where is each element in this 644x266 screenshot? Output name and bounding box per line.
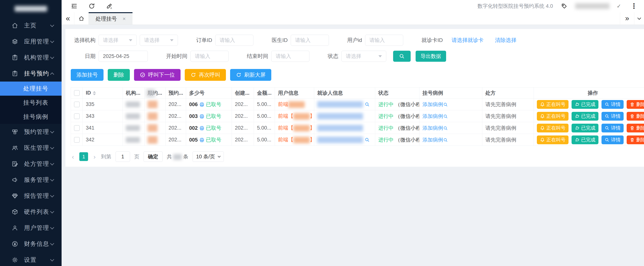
sidebar-subitem-process-registration[interactable]: 处理挂号 [0,82,62,96]
search-button[interactable] [393,51,411,62]
topbar: A 数字化转型医院挂号预约系统 4.0 ✓ ⋮ [62,0,644,12]
printer-icon[interactable] [199,126,204,131]
call-again-button[interactable]: 再次呼叫 [185,69,226,81]
current-page-button[interactable]: 1 [79,152,88,161]
tab-process-registration[interactable]: 处理挂号 × [89,12,132,24]
calling-button[interactable]: 正在叫号 [537,112,568,121]
tag-icon[interactable] [560,2,568,10]
delete-row-button[interactable]: 删除 [627,100,644,109]
row-checkbox[interactable] [74,113,80,119]
delete-row-button[interactable]: 删除 [627,124,644,132]
delete-row-button[interactable]: 删除 [627,112,644,121]
tabs-menu-icon[interactable] [634,12,644,24]
sidebar-item-doctors[interactable]: 医生管理 [0,140,62,156]
add-case-link[interactable]: 添加病例 [422,102,443,107]
complete-button[interactable]: 已完成 [572,124,598,132]
sidebar-subitem-registration-list[interactable]: 挂号列表 [0,96,62,110]
format-brush-icon[interactable]: A [106,2,113,10]
detail-button[interactable]: 详情 [602,112,624,121]
org-select-1[interactable]: 请选择 [98,35,137,46]
detail-button[interactable]: 详情 [602,135,624,144]
org-select-2[interactable]: 请选择 [140,35,178,46]
collapse-sidebar-icon[interactable] [70,2,78,10]
next-page-icon[interactable]: › [92,153,97,160]
sidebar-item-settings[interactable]: 设置 [0,252,62,266]
sidebar-item-org[interactable]: 机构管理 [0,49,62,65]
row-checkbox[interactable] [74,125,80,131]
sidebar-item-appointments[interactable]: 预约管理 [0,124,62,140]
case-search-icon[interactable] [443,102,448,107]
sidebar-item-registration[interactable]: 挂号预约 [0,65,62,82]
add-registration-button[interactable]: 添加挂号 [71,69,104,81]
sidebar-item-home[interactable]: 主页 [0,17,62,33]
more-vertical-icon[interactable]: ⋮ [628,2,640,10]
sidebar-item-finance[interactable]: 财务信息 [0,236,62,252]
add-case-link[interactable]: 添加病例 [422,137,443,143]
tabs-scroll-right-icon[interactable]: » [620,12,634,24]
detail-button[interactable]: 详情 [602,100,624,109]
cell-appt-date: 202... [166,122,186,134]
delete-button[interactable]: 删除 [108,69,130,81]
printer-icon[interactable] [199,137,204,143]
sidebar-item-prescriptions[interactable]: 处方管理 [0,156,62,172]
add-case-link[interactable]: 添加病例 [422,113,443,119]
printer-icon[interactable] [199,102,204,107]
refresh-screen-button[interactable]: 刷新大屏 [230,69,271,81]
prev-page-icon[interactable]: ‹ [71,153,75,160]
topbar-right: 数字化转型医院挂号预约系统 4.0 ✓ ⋮ [478,2,640,10]
tab-home[interactable] [74,12,89,24]
process-registration-panel: 选择机构 请选择 请选择 订单ID 医生ID 用户id 就诊卡ID 请选择就诊卡… [66,29,644,167]
start-time-input[interactable] [190,51,228,62]
trash-icon [630,102,635,107]
complete-button[interactable]: 已完成 [572,112,598,121]
goto-page-input[interactable] [116,152,130,162]
sidebar-item-hardware[interactable]: 硬件列表 [0,204,62,220]
case-search-icon[interactable] [443,126,448,131]
doctor-id-input[interactable] [291,35,329,46]
bell-icon [540,137,545,142]
row-checkbox[interactable] [74,137,80,143]
sidebar-item-users[interactable]: 用户管理 [0,220,62,236]
delete-row-button[interactable]: 删除 [627,135,644,144]
search-icon [604,137,610,142]
trash-icon [630,114,635,119]
sidebar-subitem-registration-cases[interactable]: 挂号病例 [0,110,62,124]
clear-card-link[interactable]: 清除选择 [495,36,516,44]
patient-search-icon[interactable] [364,137,370,143]
calling-button[interactable]: 正在叫号 [537,100,568,109]
col-user: 用户信息 [275,87,314,98]
sidebar-item-apps[interactable]: 应用管理 [0,33,62,49]
check-icon: ✓ [617,3,621,9]
tabs-scroll-left-icon[interactable]: « [62,12,74,24]
complete-button[interactable]: 已完成 [572,135,598,144]
user-id-input[interactable] [365,35,403,46]
cell-created: 202... [232,98,254,110]
row-checkbox[interactable] [74,102,80,107]
add-case-link[interactable]: 添加病例 [422,125,443,131]
detail-button[interactable]: 详情 [602,124,624,132]
printer-icon[interactable] [199,114,204,119]
close-tab-icon[interactable]: × [122,16,126,22]
calling-button[interactable]: 正在叫号 [537,135,568,144]
export-data-button[interactable]: 导出数据 [416,51,446,62]
sort-icon[interactable] [93,91,96,95]
date-input[interactable] [98,51,148,62]
call-next-button[interactable]: 呼叫下一位 [134,69,180,81]
confirm-page-button[interactable]: 确定 [144,152,162,162]
calling-button[interactable]: 正在叫号 [537,124,568,132]
user-redacted [288,101,305,108]
case-search-icon[interactable] [443,114,448,119]
status-select[interactable]: 请选择 [342,51,386,62]
complete-button[interactable]: 已完成 [572,100,598,109]
order-id-input[interactable] [215,35,253,46]
page-size-select[interactable]: 10 条/页 [192,152,224,162]
sidebar-item-reports[interactable]: 报告管理 [0,188,62,204]
patient-search-icon[interactable] [364,102,370,107]
select-all-checkbox[interactable] [74,90,80,96]
select-card-link[interactable]: 请选择就诊卡 [452,36,484,44]
case-search-icon[interactable] [443,138,448,143]
end-time-input[interactable] [271,51,310,62]
sidebar-item-services[interactable]: 服务管理 [0,172,62,188]
chevron-down-icon [50,209,54,213]
refresh-icon[interactable] [88,2,96,10]
